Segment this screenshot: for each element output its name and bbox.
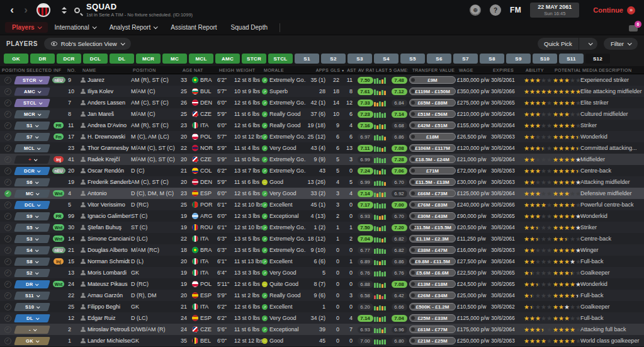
selection-checkbox[interactable]: ✓	[4, 326, 11, 333]
tab-analyst-report[interactable]: Analyst Report	[103, 22, 164, 33]
table-row[interactable]: ✓S7Fm17H. DrewnowskiM (C), AM (LC)20POL5…	[0, 131, 644, 142]
player-name-cell[interactable]: Thor Grønnesby	[81, 145, 131, 151]
player-name-cell[interactable]: Douglas Alberto	[81, 247, 131, 253]
player-name-cell[interactable]: Antonio	[81, 190, 131, 196]
position-filter-dr[interactable]: DR	[30, 54, 55, 64]
table-row[interactable]: ✓DCL5Vitor VerissimoD (RC)25POR6'1"12 st…	[0, 199, 644, 210]
player-name-cell[interactable]: Anders Lassen	[81, 100, 131, 106]
player-name-cell[interactable]: Edgar Ruiz	[81, 315, 131, 321]
player-name-cell[interactable]: Jan Mareš	[81, 111, 131, 117]
position-filter-stcl[interactable]: STCL	[268, 54, 293, 64]
column-header-value[interactable]: TRANSFER VALUE	[408, 68, 457, 72]
column-header-nat[interactable]: NAT	[192, 68, 217, 72]
position-selector[interactable]: MCL	[14, 144, 50, 152]
position-selector[interactable]: S9	[14, 212, 50, 220]
search-icon[interactable]	[74, 8, 80, 13]
selection-checkbox[interactable]: ✓	[4, 88, 11, 95]
column-header-no[interactable]: NO.	[65, 68, 81, 72]
position-selector[interactable]: S2	[14, 269, 50, 277]
column-header-age[interactable]: AGE	[181, 68, 192, 72]
column-header-expires[interactable]: EXPIRES	[491, 68, 524, 72]
position-filter-s7[interactable]: S7	[453, 54, 478, 64]
selection-checkbox[interactable]: ✓	[4, 258, 11, 265]
position-filter-mc[interactable]: MC	[162, 54, 187, 64]
table-row[interactable]: ✓S619Frederik SønderbyAM (C), ST (C)20DE…	[0, 176, 644, 188]
position-selector[interactable]: S4	[14, 246, 50, 254]
position-filter-s11[interactable]: S11	[559, 54, 584, 64]
back-button[interactable]: ‹	[5, 4, 19, 16]
selection-checkbox[interactable]: ✓	[4, 338, 11, 344]
position-selector[interactable]: DL	[14, 314, 50, 322]
player-name-cell[interactable]: Ignacio Galimberti	[81, 213, 131, 219]
position-selector[interactable]: S10	[14, 303, 50, 311]
column-header-possel[interactable]: POSITION SELECTED	[0, 68, 52, 72]
column-header-height[interactable]: HEIGHT	[217, 68, 234, 72]
selection-checkbox[interactable]: ✓	[4, 122, 11, 129]
table-row[interactable]: ✓S5Wnt30Ştefan BuhuşST (C)19ROU6'1"12 st…	[0, 222, 644, 233]
table-row[interactable]: ✓+Inj41Radek KrejčíM/AM (C), ST (C)20CZE…	[0, 154, 644, 165]
table-row[interactable]: ✓DRWnt24Mateusz PikausD (RC)19POL5'11"12…	[0, 278, 644, 290]
table-row[interactable]: ✓S1122Arnau GarzónD (R), DM20ESP5'9"11 s…	[0, 290, 644, 301]
position-selector[interactable]: S3	[14, 235, 50, 243]
view-selector[interactable]: Rob's Selection View	[44, 38, 131, 50]
player-name-cell[interactable]: Moris Lombardi	[81, 270, 131, 276]
position-filter-s10[interactable]: S10	[533, 54, 557, 64]
column-header-ability[interactable]: ABILITY	[524, 68, 553, 72]
selection-checkbox[interactable]: ✓	[4, 292, 11, 299]
position-filter-s9[interactable]: S9	[506, 54, 531, 64]
quick-pick-dropdown[interactable]	[583, 38, 597, 50]
player-name-cell[interactable]: Mateusz Pikaus	[81, 281, 131, 287]
selection-checkbox[interactable]: ✓	[4, 179, 11, 186]
player-name-cell[interactable]: Miroslav Petrouš	[81, 326, 131, 333]
position-selector[interactable]: MCR	[14, 110, 50, 118]
table-row[interactable]: ✓MCWnt4AntonioD (C), DM, M (C)23ESP6'0"1…	[0, 188, 644, 199]
help-icon[interactable]: ?	[490, 4, 501, 16]
column-header-potential[interactable]: POTENTIAL	[553, 68, 580, 72]
player-name-cell[interactable]: Andrea D'Avino	[81, 122, 131, 128]
table-row[interactable]: ✓S9PR99Ignacio GalimbertiST (C)19ARG6'0"…	[0, 210, 644, 222]
position-selector[interactable]: DR	[14, 280, 50, 288]
column-header-weight[interactable]: WEIGHT	[234, 68, 262, 72]
position-selector[interactable]: S11	[14, 292, 50, 300]
column-header-avrat[interactable]: AV RAT	[356, 68, 374, 72]
column-header-ast[interactable]: AST	[344, 68, 356, 72]
position-selector[interactable]: -	[14, 326, 50, 334]
selection-checkbox[interactable]: ✓	[4, 100, 11, 106]
column-header-media[interactable]: MEDIA DESCRIPTION	[580, 68, 644, 72]
position-filter-s8[interactable]: S8	[480, 54, 504, 64]
player-name-cell[interactable]: Ştefan Buhuş	[81, 224, 131, 230]
player-name-cell[interactable]: Lander Michielsen	[81, 338, 131, 344]
selection-checkbox[interactable]: ✓	[4, 156, 11, 163]
position-filter-s2[interactable]: S2	[321, 54, 346, 64]
table-row[interactable]: ✓DCRnEU20Oscar RendónD (C)21COL6'2"13 st…	[0, 165, 644, 176]
tab-assistant-report[interactable]: Assistant Report	[164, 22, 223, 33]
column-header-position[interactable]: POSITION	[131, 68, 181, 72]
title-spinner[interactable]	[62, 7, 67, 14]
position-selector[interactable]: STCL	[14, 99, 50, 107]
position-selector[interactable]: S7	[14, 133, 50, 141]
selection-checkbox[interactable]: ✓	[4, 224, 11, 231]
position-filter-dl[interactable]: DL	[110, 54, 134, 64]
position-filter-dcr[interactable]: DCR	[57, 54, 81, 64]
table-row[interactable]: ✓STCRnEU9JuarezAM (R), ST (C)33BRA6'2"12…	[0, 74, 644, 86]
position-selector[interactable]: S6	[14, 178, 50, 186]
column-header-inf[interactable]: INF	[52, 68, 65, 72]
quick-pick-button[interactable]: Quick Pick	[538, 38, 597, 50]
position-filter-s12[interactable]: S12	[585, 54, 610, 64]
table-row[interactable]: ✓-2Miroslav PetroušD/WB/AM (R)24CZE5'6"1…	[0, 324, 644, 335]
player-name-cell[interactable]: Juarez	[81, 77, 131, 83]
selection-checkbox[interactable]: ✓	[4, 134, 11, 140]
selection-checkbox[interactable]: ✓	[4, 202, 11, 208]
player-name-cell[interactable]: Radek Krejčí	[81, 156, 131, 162]
column-header-wage[interactable]: WAGE	[457, 68, 491, 72]
position-selector[interactable]: S8	[14, 258, 50, 266]
position-selector[interactable]: +	[14, 156, 50, 164]
position-selector[interactable]: DCL	[14, 201, 50, 209]
selection-checkbox[interactable]: ✓	[4, 315, 11, 322]
position-filter-s5[interactable]: S5	[400, 54, 425, 64]
notification-icon[interactable]: 6	[629, 25, 638, 31]
selection-checkbox[interactable]: ✓	[4, 111, 11, 118]
column-header-morale[interactable]: MORALE	[262, 68, 306, 72]
position-selector[interactable]: GK	[14, 337, 50, 345]
table-row[interactable]: ✓MCR8Jan MarešM/AM (C)25CZE5'9"11 st 6 l…	[0, 108, 644, 120]
